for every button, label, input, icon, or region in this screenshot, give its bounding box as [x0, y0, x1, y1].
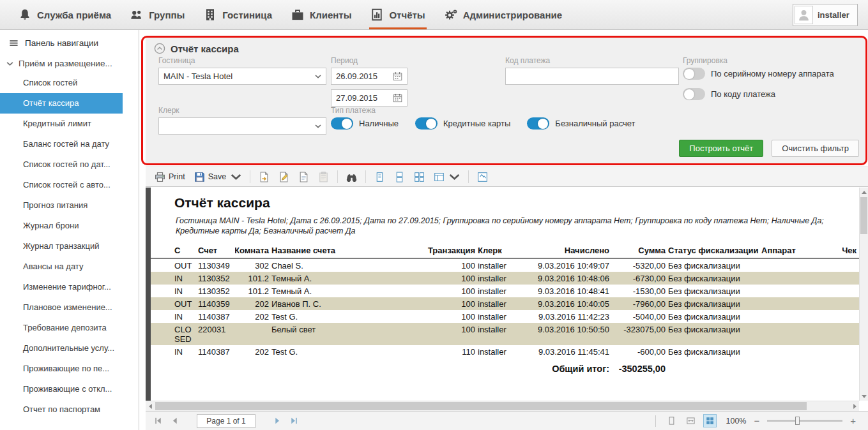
payment-code-input[interactable] — [505, 68, 679, 85]
previous-page-button[interactable] — [170, 417, 179, 425]
sidebar-item[interactable]: Прогноз питания — [0, 195, 123, 216]
calendar-icon[interactable] — [393, 93, 402, 103]
calendar-icon[interactable] — [393, 71, 402, 81]
first-page-button[interactable] — [153, 417, 163, 425]
nav-item-hotel[interactable]: Гостиница — [194, 0, 282, 29]
report-cell: 101.2 — [235, 285, 271, 297]
find-button[interactable] — [342, 169, 361, 185]
fullscreen-button[interactable] — [473, 169, 492, 185]
grouping-toggle-0[interactable] — [683, 68, 705, 80]
hotel-select[interactable]: MAIN - Tesla Hotel — [158, 68, 326, 85]
date-from-input[interactable]: 26.09.2015 — [331, 68, 407, 85]
sidebar-item[interactable]: Отчет по паспортам — [0, 399, 123, 420]
chevron-down-icon — [449, 172, 460, 182]
nav-item-reports[interactable]: Отчёты — [361, 0, 434, 29]
fit-width-mode-button[interactable] — [684, 414, 697, 427]
sidebar-item[interactable]: Список гостей с авто... — [0, 175, 123, 195]
sidebar-item[interactable]: Плановое изменение... — [0, 297, 123, 318]
report-cell: 9.03.2016 10:40:05 — [531, 297, 612, 310]
grouping-toggles: По серийному номеру аппаратаПо коду плат… — [683, 68, 834, 100]
view-continuous-button[interactable] — [390, 169, 409, 185]
date-to-input[interactable]: 27.09.2015 — [331, 89, 407, 107]
chevron-down-icon — [315, 75, 321, 78]
zoom-out-button[interactable]: − — [752, 415, 761, 426]
view-layout-button[interactable] — [430, 169, 464, 185]
clear-filter-button[interactable]: Очистить фильтр — [772, 140, 859, 157]
zoom-slider[interactable] — [767, 420, 842, 422]
report-cell: 9.03.2016 11:45:41 — [531, 345, 612, 358]
view-single-page-button[interactable] — [370, 169, 389, 185]
main-content: Отчёт кассира Гостиница MAIN - Tesla Hot… — [139, 30, 868, 430]
build-report-button[interactable]: Построить отчёт — [679, 140, 763, 157]
nav-item-groups[interactable]: Группы — [121, 0, 194, 29]
sidebar-item[interactable]: Отчёт кассира — [0, 93, 123, 114]
report-cell: 302 — [235, 258, 271, 272]
edit-report-button[interactable] — [275, 169, 293, 185]
report-cell: -1530,00 — [612, 285, 668, 297]
clipboard-button[interactable] — [314, 169, 333, 185]
page-gutter — [146, 188, 151, 401]
view-multiple-pages-button[interactable] — [410, 169, 429, 185]
report-cell: -5040,00 — [612, 310, 668, 323]
column-header: Аппарат — [761, 244, 809, 258]
sidebar-item[interactable]: Список гостей по дат... — [0, 154, 123, 175]
new-document-button[interactable] — [294, 169, 313, 185]
vertical-scrollbar-thumb[interactable] — [860, 197, 867, 234]
last-page-button[interactable] — [289, 417, 299, 425]
nav-item-label: Отчёты — [389, 10, 425, 20]
navigation-panel-title: Панель навигации — [25, 38, 98, 48]
collapse-panel-icon[interactable] — [154, 43, 165, 54]
sidebar-item[interactable]: Журнал брони — [0, 216, 123, 236]
payment-type-toggle-1[interactable] — [415, 117, 438, 130]
sidebar-section-reception[interactable]: Приём и размещение... — [0, 54, 139, 73]
nav-item-clients[interactable]: Клиенты — [282, 0, 361, 29]
column-header: Статус фискализации — [668, 244, 761, 258]
payment-type-toggle-label: Кредитные карты — [443, 119, 510, 128]
single-page-mode-button[interactable] — [665, 414, 678, 427]
horizontal-scrollbar-thumb[interactable] — [155, 402, 807, 410]
scroll-down-button[interactable] — [860, 392, 868, 401]
sidebar-item[interactable]: Изменение тарифног... — [0, 277, 123, 297]
report-cell: 100 — [427, 272, 478, 285]
scroll-right-button[interactable] — [850, 401, 859, 411]
sidebar-item[interactable]: Авансы на дату — [0, 256, 123, 277]
top-navigation-bar: Служба приёмаГруппыГостиницаКлиентыОтчёт… — [0, 0, 868, 30]
save-button[interactable]: Save — [190, 169, 246, 185]
fullscreen-icon — [477, 172, 488, 182]
sidebar-item[interactable]: Проживающие с откл... — [0, 379, 123, 399]
next-page-button[interactable] — [273, 417, 282, 425]
report-cell — [809, 323, 859, 345]
export-document-button[interactable] — [255, 169, 273, 185]
report-cell: IN — [151, 285, 198, 297]
zoom-in-button[interactable]: + — [848, 415, 858, 426]
navigation-panel-header[interactable]: Панель навигации — [0, 30, 139, 54]
grid-view-mode-button[interactable] — [703, 414, 717, 427]
scroll-up-button[interactable] — [860, 188, 868, 196]
sidebar-item[interactable]: Список гостей — [0, 73, 123, 93]
report-cell: Без фискализации — [668, 323, 761, 345]
nav-item-reception[interactable]: Служба приёма — [9, 0, 121, 29]
report-cell — [809, 272, 859, 285]
zoom-slider-thumb[interactable] — [795, 417, 800, 425]
sidebar-item[interactable]: Проживающие по пе... — [0, 359, 123, 379]
sidebar-item[interactable]: Кредитный лимит — [0, 114, 123, 134]
sidebar-item[interactable]: Журнал транзакций — [0, 236, 123, 256]
print-button[interactable]: Print — [151, 169, 189, 185]
clerk-select[interactable] — [158, 117, 326, 135]
vertical-scrollbar[interactable] — [859, 188, 868, 401]
sidebar-item[interactable]: Дополнительные услу... — [0, 338, 123, 359]
nav-item-admin[interactable]: Администрирование — [435, 0, 572, 29]
payment-type-toggle-0[interactable] — [331, 117, 353, 130]
grouping-toggle-1[interactable] — [683, 88, 705, 100]
column-header: С — [151, 244, 198, 258]
zoom-value: 100% — [726, 417, 746, 426]
report-row: OUT1130349302Chael S.100installer9.03.20… — [151, 258, 859, 272]
payment-type-toggle-2[interactable] — [527, 117, 549, 130]
horizontal-scrollbar[interactable] — [146, 401, 859, 411]
user-menu-button[interactable]: installer — [793, 4, 858, 26]
sidebar-item[interactable]: Требование депозита — [0, 318, 123, 338]
report-cell: Test G. — [271, 345, 427, 358]
scroll-left-button[interactable] — [146, 401, 155, 411]
sidebar-item[interactable]: Баланс гостей на дату — [0, 134, 123, 154]
grid-view-mode-icon — [705, 416, 715, 426]
